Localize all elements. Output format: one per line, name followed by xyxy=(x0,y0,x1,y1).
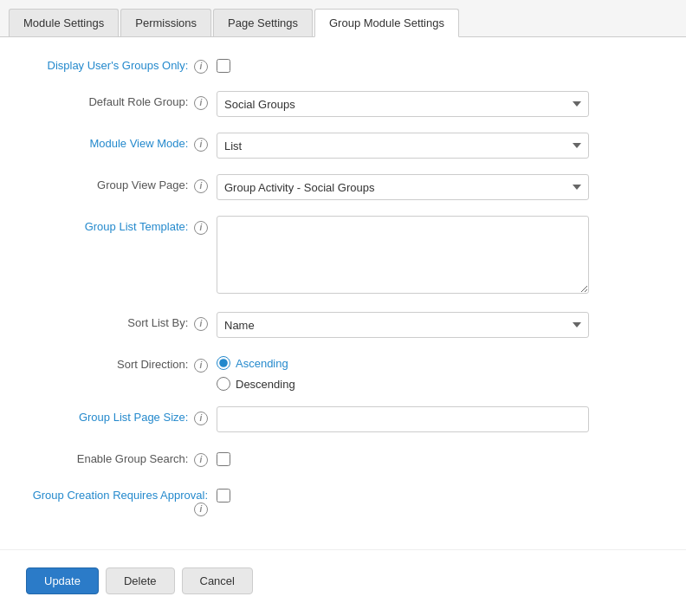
info-icon-module-view-mode[interactable]: i xyxy=(194,138,208,152)
radio-label-ascending: Ascending xyxy=(236,357,288,370)
radio-descending[interactable]: Descending xyxy=(217,377,589,391)
label-default-role-group: Default Role Group: i xyxy=(26,91,217,110)
label-group-list-page-size: Group List Page Size: i xyxy=(26,406,217,425)
textarea-group-list-template[interactable] xyxy=(217,216,589,294)
checkbox-group-creation-requires-approval[interactable] xyxy=(217,489,230,503)
row-sort-direction: Sort Direction: i Ascending Descending xyxy=(26,353,660,391)
control-enable-group-search xyxy=(217,448,589,469)
select-default-role-group[interactable]: Social Groups Administrators Registered … xyxy=(217,91,589,117)
info-icon-display-users-groups[interactable]: i xyxy=(194,60,208,74)
checkbox-enable-group-search[interactable] xyxy=(217,452,230,466)
info-icon-group-view-page[interactable]: i xyxy=(194,179,208,193)
label-group-view-page: Group View Page: i xyxy=(26,174,217,193)
radio-input-ascending[interactable] xyxy=(217,356,230,370)
info-icon-group-creation-requires-approval[interactable]: i xyxy=(194,503,208,516)
radio-label-descending: Descending xyxy=(236,378,295,391)
control-sort-direction: Ascending Descending xyxy=(217,353,589,391)
info-icon-enable-group-search[interactable]: i xyxy=(194,453,208,467)
control-sort-list-by: Name Date Created Member Count xyxy=(217,312,589,338)
tab-module-settings[interactable]: Module Settings xyxy=(9,9,119,36)
label-group-list-template: Group List Template: i xyxy=(26,216,217,235)
info-icon-default-role-group[interactable]: i xyxy=(194,96,208,110)
label-group-creation-requires-approval: Group Creation Requires Approval: i xyxy=(26,484,217,516)
row-group-list-page-size: Group List Page Size: i xyxy=(26,406,660,432)
tab-permissions[interactable]: Permissions xyxy=(120,9,211,36)
control-group-list-template xyxy=(217,216,589,296)
radio-input-descending[interactable] xyxy=(217,377,230,391)
select-module-view-mode[interactable]: List Grid Detail xyxy=(217,133,589,159)
row-group-list-template: Group List Template: i xyxy=(26,216,660,296)
update-button[interactable]: Update xyxy=(26,567,99,594)
control-module-view-mode: List Grid Detail xyxy=(217,133,589,159)
label-enable-group-search: Enable Group Search: i xyxy=(26,448,217,467)
label-sort-list-by: Sort List By: i xyxy=(26,312,217,331)
label-module-view-mode: Module View Mode: i xyxy=(26,133,217,152)
row-module-view-mode: Module View Mode: i List Grid Detail xyxy=(26,133,660,159)
row-enable-group-search: Enable Group Search: i xyxy=(26,448,660,469)
row-group-creation-requires-approval: Group Creation Requires Approval: i xyxy=(26,484,660,516)
label-display-users-groups-only: Display User's Groups Only: i xyxy=(26,55,217,74)
checkbox-display-users-groups-only[interactable] xyxy=(217,59,230,73)
control-group-creation-requires-approval xyxy=(217,484,589,505)
row-display-users-groups-only: Display User's Groups Only: i xyxy=(26,55,660,75)
form-panel: Display User's Groups Only: i Default Ro… xyxy=(0,37,686,549)
input-group-list-page-size[interactable] xyxy=(217,406,589,432)
select-sort-list-by[interactable]: Name Date Created Member Count xyxy=(217,312,589,338)
label-sort-direction: Sort Direction: i xyxy=(26,353,217,373)
info-icon-sort-list-by[interactable]: i xyxy=(194,317,208,331)
cancel-button[interactable]: Cancel xyxy=(182,567,253,594)
info-icon-group-list-template[interactable]: i xyxy=(194,221,208,235)
select-group-view-page[interactable]: Group Activity - Social Groups Group Det… xyxy=(217,174,589,200)
tabs-bar: Module Settings Permissions Page Setting… xyxy=(0,0,686,37)
footer-buttons: Update Delete Cancel xyxy=(0,549,686,612)
row-default-role-group: Default Role Group: i Social Groups Admi… xyxy=(26,91,660,117)
control-group-view-page: Group Activity - Social Groups Group Det… xyxy=(217,174,589,200)
control-group-list-page-size xyxy=(217,406,589,432)
tab-group-module-settings[interactable]: Group Module Settings xyxy=(314,9,459,37)
control-default-role-group: Social Groups Administrators Registered … xyxy=(217,91,589,117)
tab-page-settings[interactable]: Page Settings xyxy=(213,9,313,36)
delete-button[interactable]: Delete xyxy=(106,567,175,594)
row-group-view-page: Group View Page: i Group Activity - Soci… xyxy=(26,174,660,200)
info-icon-sort-direction[interactable]: i xyxy=(194,359,208,373)
row-sort-list-by: Sort List By: i Name Date Created Member… xyxy=(26,312,660,338)
radio-ascending[interactable]: Ascending xyxy=(217,356,589,370)
control-display-users-groups-only xyxy=(217,55,589,75)
info-icon-group-list-page-size[interactable]: i xyxy=(194,412,208,425)
